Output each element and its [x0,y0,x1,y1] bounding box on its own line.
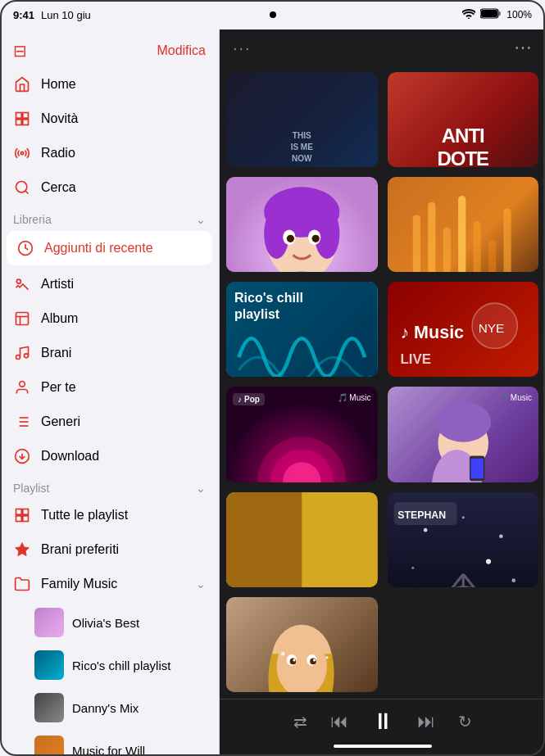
sidebar-item-family[interactable]: Family Music ⌄ [0,567,219,601]
preferiti-label: Brani preferiti [41,542,119,557]
sidebar-item-perte[interactable]: Per te [0,370,219,405]
playlist-section-header[interactable]: Playlist ⌄ [0,473,219,498]
sidebar-item-preferiti[interactable]: Brani preferiti [0,532,219,567]
svg-rect-45 [443,228,450,273]
svg-rect-7 [23,120,29,125]
home-indicator [334,745,432,748]
sidebar-item-tutte[interactable]: Tutte le playlist [0,498,219,532]
main-container: ⊟ Modifica Home Novità [0,29,545,756]
svg-point-83 [290,658,297,664]
modifica-button[interactable]: Modifica [157,43,206,58]
perte-icon [13,378,31,396]
album-cover-musicwill: Music forWill [388,177,539,272]
preferiti-icon [13,541,31,559]
tutte-icon [13,506,31,524]
olivia-thumb [34,608,64,637]
home-label: Home [41,77,76,92]
svg-point-73 [485,559,490,564]
svg-rect-6 [16,120,22,125]
rico-label: Rico's chill playlist [72,659,170,672]
svg-point-18 [20,382,25,387]
svg-text:♪ Music: ♪ Music [400,324,464,343]
svg-rect-43 [412,215,420,272]
sidebar-menu-icon[interactable]: ⊟ [13,41,27,61]
status-time: 9:41 [13,9,34,21]
album-card-olivia-fav[interactable]: Olivia's Favorites Danny Rico [226,177,378,272]
svg-rect-28 [23,509,29,515]
download-icon [13,447,31,465]
album-card-music-will[interactable]: Music forWill Music for Will Danny Rico [388,177,539,272]
sidebar-item-novita[interactable]: Novità [0,102,219,136]
family-expand-icon: ⌄ [196,577,206,591]
tutte-label: Tutte le playlist [41,508,128,523]
svg-point-86 [313,659,316,661]
album-card-in-my-room[interactable]: 🎵 Music In My Room Apple Music Pop [388,387,539,482]
status-date: Lun 10 giu [41,9,91,21]
radio-label: Radio [41,146,75,161]
album-card-jlo[interactable]: THIS IS ME NOW This Is Me... Now Jennife… [226,72,378,167]
player-bar: ⇄ ⏮ ⏸ ⏭ ↻ [220,699,545,756]
svg-point-70 [461,516,464,518]
album-cover-legends: STEPHAN [388,492,539,587]
svg-point-62 [435,402,491,442]
svg-point-17 [25,354,29,358]
svg-line-10 [25,191,29,194]
apple-music-logo: 🎵 Music [338,393,371,402]
family-label: Family Music [41,577,117,591]
svg-text:STEPHAN: STEPHAN [397,509,446,521]
family-icon [13,575,31,593]
svg-text:LIVE: LIVE [400,351,431,367]
musicwill-thumb [34,736,64,756]
sidebar-item-brani[interactable]: Brani [0,336,219,370]
shuffle-button[interactable]: ⇄ [293,712,307,731]
album-card-partial[interactable] [226,492,378,587]
family-left: Family Music [13,575,117,593]
generi-icon [13,413,31,431]
libreria-section-header[interactable]: Libreria ⌄ [0,205,219,229]
sidebar-item-home[interactable]: Home [0,67,219,102]
svg-rect-67 [226,492,302,587]
album-cover-inroom: 🎵 Music [388,387,539,482]
sidebar-subitem-ricos-chill[interactable]: Rico's chill playlist [0,644,219,686]
sidebar-subitem-olivias-best[interactable]: Olivia's Best [0,601,219,644]
svg-rect-30 [23,516,29,522]
svg-rect-65 [470,459,483,479]
album-card-antidote[interactable]: ANTIDOTE In Search Of The Antidote FLETC… [388,72,539,167]
status-icons: 100% [462,8,532,21]
sidebar-subitem-dannys-mix[interactable]: Danny's Mix [0,686,219,729]
svg-rect-13 [16,313,29,325]
cerca-label: Cerca [41,180,76,195]
album-card-legends[interactable]: STEPHAN Legends, Myths and... Stephan Mo… [388,492,539,587]
album-cover-olivia [226,177,378,272]
player-controls: ⇄ ⏮ ⏸ ⏭ ↻ [293,708,472,735]
content-header: ··· ⋯ [220,29,545,66]
play-button[interactable]: ⏸ [371,708,394,735]
sidebar-item-download[interactable]: Download [0,439,219,473]
svg-rect-2 [481,10,497,17]
sidebar-item-album[interactable]: Album [0,301,219,336]
album-card-nye[interactable]: ♪ Music LIVE NYE Live: NYE 20... [388,282,539,377]
radio-icon [13,144,31,162]
home-icon [13,75,31,93]
sidebar-item-generi[interactable]: Generi [0,405,219,439]
sidebar-item-artisti[interactable]: Artisti [0,267,219,301]
playlist-title: Playlist [13,482,49,495]
sidebar-item-aggiunti[interactable]: Aggiunti di recente [7,231,212,265]
next-button[interactable]: ⏭ [417,711,435,732]
svg-point-12 [16,279,20,283]
battery-label: 100% [506,9,532,20]
sidebar-header: ⊟ Modifica [0,29,219,67]
svg-point-71 [499,534,503,538]
sidebar-item-cerca[interactable]: Cerca [0,170,219,205]
album-card-shakira[interactable]: Las Mujeres Ya No Lloran Shakira [226,597,378,692]
svg-point-69 [423,527,427,532]
content-more-button[interactable]: ⋯ [514,37,532,58]
sidebar-subitem-music-for-will[interactable]: Music for Will [0,729,219,756]
album-card-rico-chill[interactable]: Rico's chillplaylist Rico's chill playli… [226,282,378,377]
prev-button[interactable]: ⏮ [330,711,348,732]
album-card-pop-chill[interactable]: ♪ Pop 🎵 Music Chill Pop Chill Apple Musi… [226,387,378,482]
libreria-chevron-icon: ⌄ [196,213,206,226]
repeat-button[interactable]: ↻ [458,712,472,731]
svg-text:NYE: NYE [478,321,504,335]
sidebar-item-radio[interactable]: Radio [0,136,219,170]
